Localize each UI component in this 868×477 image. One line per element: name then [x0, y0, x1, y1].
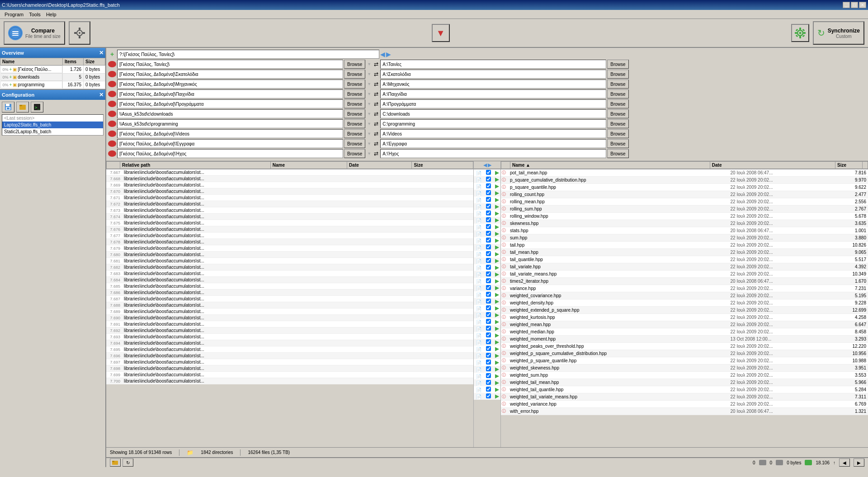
right-file-row[interactable]: ⓘ skewness.hpp 22 Ιουλ 2009 20:02... 3.6… — [501, 220, 868, 227]
synchronize-button[interactable]: ↻ Synchronize Custom — [813, 21, 864, 45]
sync-checkbox[interactable] — [486, 197, 491, 202]
right-file-row[interactable]: ⓘ weighted_mean.hpp 22 Ιουλ 2009 20:02..… — [501, 321, 868, 328]
left-col-path[interactable]: Relative path — [120, 162, 271, 169]
left-col-date[interactable]: Date — [347, 162, 412, 169]
sync-checkbox-cell[interactable] — [484, 325, 493, 332]
nav-right-arrow[interactable]: ▶ — [386, 51, 391, 58]
filter-button[interactable]: ▼ — [432, 24, 450, 42]
left-file-row[interactable]: 7.678 libraries\include\boost\accumulato… — [106, 239, 473, 245]
pair-left-input[interactable] — [117, 149, 343, 158]
pair-left-input[interactable] — [117, 80, 343, 89]
right-file-row[interactable]: ⓘ rolling_count.hpp 22 Ιουλ 2009 20:02..… — [501, 191, 868, 198]
sync-checkbox-cell[interactable] — [484, 210, 493, 217]
pair-left-input[interactable] — [117, 60, 343, 69]
left-file-row[interactable]: 7.684 libraries\include\boost\accumulato… — [106, 277, 473, 283]
overview-row[interactable]: 0% + ▣ programming 16.375 0 bytes — [0, 81, 105, 89]
left-file-row[interactable]: 7.676 libraries\include\boost\accumulato… — [106, 226, 473, 233]
sync-checkbox-cell[interactable] — [484, 237, 493, 244]
left-file-row[interactable]: 7.674 libraries\include\boost\accumulato… — [106, 214, 473, 220]
config-terminal-button[interactable]: >_ — [31, 102, 43, 112]
left-file-row[interactable]: 7.680 libraries\include\boost\accumulato… — [106, 252, 473, 258]
pair-right-input[interactable] — [380, 129, 606, 138]
pair-left-input[interactable] — [117, 109, 343, 118]
sync-checkbox[interactable] — [486, 353, 491, 358]
sync-checkbox-cell[interactable] — [484, 359, 493, 366]
left-file-row[interactable]: 7.671 libraries\include\boost\accumulato… — [106, 195, 473, 201]
right-file-row[interactable]: ⓘ weighted_kurtosis.hpp 22 Ιουλ 2009 20:… — [501, 314, 868, 321]
left-col-num[interactable] — [107, 162, 120, 169]
sync-checkbox[interactable] — [486, 251, 491, 256]
sync-checkbox[interactable] — [486, 258, 491, 263]
right-file-row[interactable]: ⓘ weighted_sum.hpp 22 Ιουλ 2009 20:02...… — [501, 372, 868, 379]
left-file-row[interactable]: 7.691 libraries\include\boost\accumulato… — [106, 321, 473, 327]
right-file-row[interactable]: ⓘ rolling_window.hpp 22 Ιουλ 2009 20:02.… — [501, 213, 868, 220]
sync-checkbox[interactable] — [486, 170, 491, 175]
pair-left-input[interactable] — [117, 70, 343, 79]
right-file-row[interactable]: ⓘ tail_variate_means.hpp 22 Ιουλ 2009 20… — [501, 271, 868, 278]
sync-checkbox-cell[interactable] — [484, 176, 493, 183]
sync-checkbox[interactable] — [486, 292, 491, 297]
pair-right-input[interactable] — [380, 99, 606, 108]
pair-right-browse-btn[interactable]: Browse — [607, 109, 628, 118]
sync-checkbox-cell[interactable] — [484, 393, 493, 400]
sync-checkbox[interactable] — [486, 346, 491, 351]
bottom-nav-right[interactable]: ▶ — [854, 458, 864, 467]
sync-checkbox-cell[interactable] — [484, 271, 493, 278]
pair-left-browse-btn[interactable]: Browse — [344, 89, 365, 98]
session-static2laptop[interactable]: Static2Laptop.ffs_batch — [2, 128, 103, 135]
right-file-row[interactable]: ⓘ stats.hpp 20 Ιουλ 2008 06:47... 1.001 — [501, 227, 868, 234]
pair-right-browse-btn[interactable]: Browse — [607, 149, 628, 158]
pair-left-browse-btn[interactable]: Browse — [344, 149, 365, 158]
sync-checkbox-cell[interactable] — [484, 217, 493, 224]
left-file-row[interactable]: 7.686 libraries\include\boost\accumulato… — [106, 290, 473, 296]
left-file-row[interactable]: 7.693 libraries\include\boost\accumulato… — [106, 334, 473, 340]
sync-checkbox-cell[interactable] — [484, 230, 493, 237]
pair-left-browse-btn[interactable]: Browse — [344, 80, 365, 89]
left-file-row[interactable]: 7.683 libraries\include\boost\accumulato… — [106, 271, 473, 277]
global-settings-button[interactable] — [791, 24, 809, 42]
left-file-row[interactable]: 7.687 libraries\include\boost\accumulato… — [106, 296, 473, 302]
pair-right-input[interactable] — [380, 149, 606, 158]
pair-right-browse-btn[interactable]: Browse — [607, 129, 628, 138]
left-file-row[interactable]: 7.695 libraries\include\boost\accumulato… — [106, 346, 473, 353]
session-laptop2static[interactable]: Laptop2Static.ffs_batch — [2, 122, 103, 128]
right-file-row[interactable]: ⓘ weighted_moment.hpp 13 Oct 2008 12:00.… — [501, 336, 868, 343]
sync-checkbox-cell[interactable] — [484, 386, 493, 393]
config-open-button[interactable] — [16, 102, 29, 112]
sync-checkbox-cell[interactable] — [484, 291, 493, 298]
left-file-row[interactable]: 7.673 libraries\include\boost\accumulato… — [106, 207, 473, 214]
sync-checkbox-cell[interactable] — [484, 312, 493, 318]
right-file-row[interactable]: ⓘ weighted_p_square_quantile.hpp 22 Ιουλ… — [501, 357, 868, 365]
right-file-row[interactable]: ⓘ p_square_quantile.hpp 22 Ιουλ 2009 20:… — [501, 184, 868, 191]
right-file-panel[interactable]: ⓘ pot_tail_mean.hpp 20 Ιουλ 2008 06:47..… — [501, 169, 868, 447]
left-col-name[interactable]: Name — [270, 162, 347, 169]
right-file-row[interactable]: ⓘ weighted_covariance.hpp 22 Ιουλ 2009 2… — [501, 292, 868, 299]
sync-checkbox[interactable] — [486, 312, 491, 317]
pair-left-input[interactable] — [117, 139, 343, 148]
minimize-button[interactable]: _ — [843, 2, 850, 8]
left-file-row[interactable]: 7.681 libraries\include\boost\accumulato… — [106, 258, 473, 264]
left-file-row[interactable]: 7.668 libraries\include\boost\accumulato… — [106, 176, 473, 182]
right-file-row[interactable]: ⓘ pot_tail_mean.hpp 20 Ιουλ 2008 06:47..… — [501, 169, 868, 177]
sync-checkbox[interactable] — [486, 319, 491, 324]
sync-checkbox[interactable] — [486, 271, 491, 276]
sync-checkbox[interactable] — [486, 326, 491, 331]
maximize-button[interactable]: □ — [851, 2, 858, 8]
sync-checkbox-cell[interactable] — [484, 264, 493, 271]
pair-left-input[interactable] — [117, 119, 343, 128]
close-button[interactable]: ✕ — [859, 2, 866, 8]
left-file-row[interactable]: 7.679 libraries\include\boost\accumulato… — [106, 245, 473, 252]
left-file-row[interactable]: 7.697 libraries\include\boost\accumulato… — [106, 359, 473, 365]
right-col-name[interactable]: Name ▲ — [510, 162, 710, 169]
pair-left-browse-btn[interactable]: Browse — [344, 139, 365, 148]
right-file-row[interactable]: ⓘ weighted_extended_p_square.hpp 22 Ιουλ… — [501, 307, 868, 314]
sync-checkbox-cell[interactable] — [484, 251, 493, 257]
sync-checkbox-cell[interactable] — [484, 373, 493, 379]
pair-right-browse-btn[interactable]: Browse — [607, 89, 628, 98]
sync-checkbox-cell[interactable] — [484, 366, 493, 373]
sync-checkbox[interactable] — [486, 305, 491, 310]
right-file-row[interactable]: ⓘ weighted_peaks_over_threshold.hpp 22 Ι… — [501, 343, 868, 350]
sync-checkbox-cell[interactable] — [484, 346, 493, 352]
pair-right-browse-btn[interactable]: Browse — [607, 99, 628, 108]
sync-checkbox[interactable] — [486, 210, 491, 215]
